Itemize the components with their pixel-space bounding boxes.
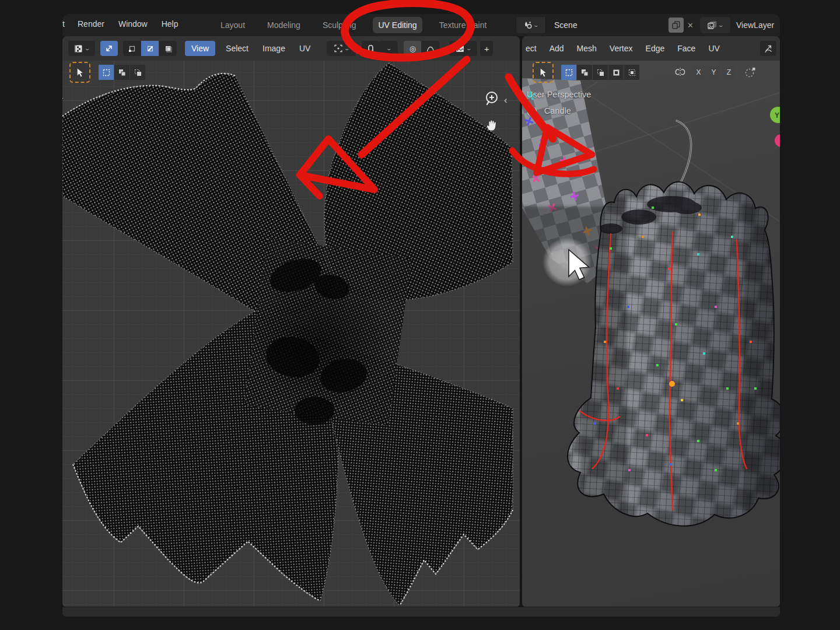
cursor-tool-icon [539, 68, 548, 78]
uv-tool-overlay [69, 62, 145, 83]
workspace-tabs: Layout Modeling Sculpting UV Editing Tex… [215, 16, 492, 34]
cursor-tool-icon [76, 68, 85, 78]
vp-tool-overlay: X Y Z [533, 62, 757, 83]
new-image-button[interactable]: + [480, 41, 493, 56]
uv-menu-uv[interactable]: UV [299, 44, 310, 53]
face-select-icon [164, 45, 172, 52]
snap-toggle-button[interactable] [362, 41, 379, 56]
select-new-icon [103, 69, 110, 76]
tab-uv-editing[interactable]: UV Editing [373, 17, 422, 33]
screenshot-stage: t Render Window Help Layout Modeling Scu… [0, 0, 840, 630]
select-invert-icon [612, 69, 620, 76]
image-icon [456, 45, 464, 52]
menu-help[interactable]: Help [155, 17, 186, 31]
topbar-menus: Render Window Help [71, 17, 186, 31]
mirror-x-button[interactable]: X [692, 66, 705, 79]
proportional-editing-icon [764, 44, 773, 53]
falloff-curve-icon [426, 45, 435, 52]
proportional-editing-button[interactable] [760, 41, 776, 56]
uv-editor-header: ⌄ [62, 36, 520, 61]
vp-menu-add[interactable]: Add [550, 44, 564, 53]
zoom-in-icon[interactable] [484, 91, 499, 106]
chevron-down-icon: ⌄ [386, 46, 392, 51]
proportional-falloff-dropdown[interactable] [421, 41, 440, 56]
snap-options-button[interactable] [744, 66, 757, 79]
vp-menu-edge[interactable]: Edge [646, 44, 665, 53]
viewlayer-selector: ⌄ ViewLayer [700, 17, 780, 33]
tweak-tool-button[interactable] [69, 62, 90, 83]
vp-menu-mesh[interactable]: Mesh [577, 44, 597, 53]
select-new-button[interactable] [561, 65, 576, 80]
select-subtract-button[interactable] [593, 65, 608, 80]
viewport-3d: ect Add Mesh Vertex Edge Face UV [522, 36, 780, 607]
chevron-down-icon: ⌄ [344, 46, 350, 51]
pan-hand-icon[interactable] [485, 118, 499, 132]
select-extend-icon [581, 69, 589, 76]
image-browse-dropdown[interactable]: ⌄ [449, 41, 477, 56]
gizmo-y-axis[interactable]: Y [775, 111, 779, 120]
select-extend-button[interactable] [577, 65, 592, 80]
vertex-select-mode-button[interactable] [123, 41, 141, 56]
mirror-button[interactable] [673, 66, 687, 78]
tab-modeling[interactable]: Modeling [262, 17, 306, 33]
new-scene-button[interactable] [668, 18, 684, 33]
tab-texture-paint[interactable]: Texture Paint [434, 17, 492, 33]
vp-menu-face[interactable]: Face [677, 44, 695, 53]
face-select-mode-button[interactable] [159, 41, 177, 56]
select-invert-button[interactable] [608, 65, 624, 80]
view-name-overlay: User Perspective [527, 90, 591, 99]
select-extend-icon [118, 69, 126, 76]
vp-menu-uv[interactable]: UV [708, 44, 719, 53]
select-new-icon [565, 69, 573, 76]
tweak-tool-button[interactable] [533, 62, 554, 83]
scene-selector: ⌄ Scene ✕ [516, 17, 694, 33]
select-new-button[interactable] [99, 65, 114, 80]
scene-icon [523, 21, 532, 29]
select-subtract-button[interactable] [130, 65, 145, 80]
copy-icon [672, 21, 680, 29]
mouse-cursor-icon [569, 250, 589, 280]
vp-menu-select-clipped[interactable]: ect [526, 44, 537, 53]
topbar: t Render Window Help Layout Modeling Scu… [62, 14, 780, 36]
viewlayer-name[interactable]: ViewLayer [736, 20, 774, 30]
proportional-circle-icon: ◎ [410, 44, 416, 53]
menu-render[interactable]: Render [71, 17, 111, 31]
viewport-scene-graphic: Y [522, 61, 780, 607]
edge-select-mode-button[interactable] [141, 41, 159, 56]
uv-select-mode-group [123, 41, 177, 56]
uv-sync-selection-toggle[interactable] [100, 41, 118, 56]
menu-edit-partial[interactable]: t [62, 19, 65, 29]
scene-browse-button[interactable]: ⌄ [516, 17, 545, 33]
toolbar-expand-icon[interactable]: ▶ [62, 95, 63, 101]
uv-editor: ⌄ [62, 36, 520, 607]
vp-menu-vertex[interactable]: Vertex [610, 44, 633, 53]
edge-select-icon [146, 45, 154, 52]
menu-window[interactable]: Window [111, 17, 155, 31]
uv-menu-select[interactable]: Select [226, 44, 249, 53]
tab-layout[interactable]: Layout [215, 17, 250, 33]
select-intersect-button[interactable] [624, 65, 639, 80]
pivot-point-dropdown[interactable]: ⌄ [327, 41, 356, 56]
mirror-z-button[interactable]: Z [722, 66, 736, 79]
uv-menu-view[interactable]: View [185, 41, 215, 56]
blender-window: t Render Window Help Layout Modeling Scu… [62, 14, 780, 617]
proportional-connected-icon [744, 66, 757, 79]
proportional-editing-toggle[interactable]: ◎ [404, 41, 421, 56]
close-icon[interactable]: ✕ [687, 21, 694, 30]
viewlayer-icon [708, 21, 717, 30]
viewport-canvas[interactable]: Y [522, 61, 780, 607]
viewlayer-browse-button[interactable]: ⌄ [700, 17, 730, 33]
scene-name-field[interactable]: Scene [545, 17, 667, 33]
select-extend-button[interactable] [114, 65, 130, 80]
tab-sculpting[interactable]: Sculpting [317, 17, 362, 33]
uv-canvas[interactable]: ‹ ▶ [62, 61, 520, 607]
chevron-down-icon: ⌄ [533, 23, 540, 28]
uv-menu-image[interactable]: Image [262, 44, 285, 53]
snap-settings-dropdown[interactable]: ⌄ [379, 41, 398, 56]
mirror-y-button[interactable]: Y [707, 66, 720, 79]
viewport-header: ect Add Mesh Vertex Edge Face UV [522, 36, 780, 61]
editor-type-dropdown[interactable]: ⌄ [68, 41, 95, 56]
chevron-down-icon: ⌄ [84, 46, 90, 51]
chevron-down-icon: ⌄ [466, 46, 473, 51]
sidebar-collapse-icon[interactable]: ‹ [504, 94, 508, 106]
